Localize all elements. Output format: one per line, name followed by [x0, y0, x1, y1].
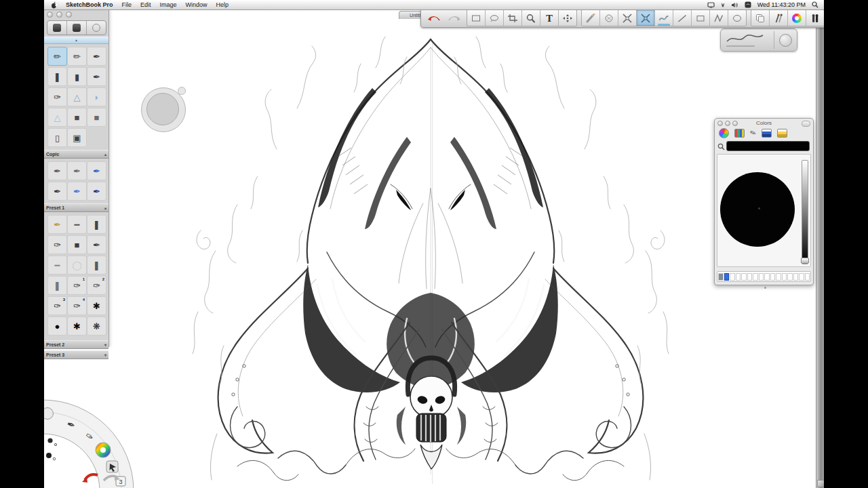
- rectangle-tool[interactable]: [692, 10, 710, 26]
- lagoon-hub-button[interactable]: [44, 408, 54, 420]
- zoom-button[interactable]: [66, 12, 72, 18]
- luminance-slider[interactable]: [802, 160, 808, 264]
- color-wheel[interactable]: [720, 172, 795, 247]
- brush-item[interactable]: ◯: [67, 256, 87, 274]
- brush-item[interactable]: ■: [67, 235, 87, 254]
- polyline-tool[interactable]: [710, 10, 728, 26]
- color-swatch[interactable]: [724, 273, 730, 281]
- minimize-button[interactable]: [56, 12, 62, 18]
- color-swatch[interactable]: [718, 273, 724, 281]
- apple-menu-icon[interactable]: [51, 1, 57, 9]
- yellow-palette-icon[interactable]: [777, 129, 787, 138]
- menu-item[interactable]: Edit: [140, 1, 151, 8]
- brush-item[interactable]: ❚: [47, 67, 67, 86]
- color-wheel-button[interactable]: [788, 10, 806, 26]
- brush-palette-button[interactable]: [806, 10, 824, 26]
- rollup-button[interactable]: [802, 121, 810, 127]
- brush-item[interactable]: ✏: [67, 47, 87, 66]
- section-header-copic[interactable]: Copic ▴: [44, 150, 108, 159]
- symmetry-tool[interactable]: [600, 10, 618, 26]
- move-tool[interactable]: [559, 10, 576, 26]
- brush-editor-button[interactable]: [770, 10, 788, 26]
- slider-thumb[interactable]: [801, 258, 809, 264]
- window-scrollbar[interactable]: [816, 18, 824, 488]
- lasso-select-tool[interactable]: [486, 10, 504, 26]
- eraser-tool[interactable]: [582, 10, 600, 26]
- shrink-view-tool[interactable]: [618, 10, 637, 26]
- brush-item[interactable]: ▮: [67, 67, 87, 86]
- crayon-icon[interactable]: ✎: [749, 129, 757, 138]
- menu-item[interactable]: File: [122, 1, 132, 8]
- steady-stroke-tool[interactable]: [655, 10, 673, 26]
- crop-tool[interactable]: [504, 10, 522, 26]
- brush-item[interactable]: ✒: [87, 67, 106, 86]
- ellipse-tool[interactable]: [728, 10, 746, 26]
- brush-item[interactable]: ❚: [87, 256, 106, 274]
- color-swatch[interactable]: [747, 273, 753, 281]
- inner-pen-icon[interactable]: [47, 438, 56, 445]
- color-swatch[interactable]: [759, 273, 764, 281]
- brush-item[interactable]: ■: [87, 108, 106, 127]
- menu-item[interactable]: Help: [216, 1, 229, 8]
- device-icon[interactable]: ∨: [721, 1, 725, 9]
- close-button[interactable]: [47, 12, 53, 18]
- app-menu[interactable]: SketchBook Pro: [66, 1, 113, 8]
- undo-button[interactable]: [424, 10, 444, 26]
- brush-item[interactable]: ✑ 1: [67, 276, 87, 295]
- brush-item[interactable]: ✏: [47, 47, 67, 66]
- brush-item[interactable]: ━: [47, 256, 67, 274]
- lagoon-corner-ui[interactable]: ✒ ✑ 3: [44, 392, 180, 488]
- menu-item[interactable]: Image: [160, 1, 177, 8]
- blue-palette-icon[interactable]: [762, 129, 772, 138]
- tab-brush-library[interactable]: [47, 21, 67, 35]
- text-tool[interactable]: T: [540, 10, 559, 26]
- tab-options[interactable]: [87, 21, 106, 35]
- color-swatch[interactable]: [730, 273, 735, 281]
- brush-item[interactable]: △: [67, 87, 87, 106]
- color-swatch[interactable]: [741, 273, 747, 281]
- section-collapse-bar[interactable]: ▴: [44, 37, 108, 44]
- color-swatch[interactable]: [782, 273, 787, 281]
- menu-item[interactable]: Window: [186, 1, 208, 8]
- brush-item[interactable]: ❚: [47, 276, 67, 295]
- color-swatch[interactable]: [764, 273, 770, 281]
- inner-dot-icon[interactable]: [46, 453, 56, 460]
- brush-item[interactable]: ●: [47, 317, 67, 336]
- tab-brush-sets[interactable]: [67, 21, 87, 35]
- sliders-icon[interactable]: [734, 129, 745, 138]
- section-header-preset3[interactable]: Preset 3 ▾: [44, 350, 108, 359]
- brush-item[interactable]: ✒: [47, 161, 67, 180]
- color-swatch[interactable]: [770, 273, 776, 281]
- display-icon[interactable]: [707, 1, 715, 9]
- color-swatch[interactable]: [736, 273, 741, 281]
- layers-button[interactable]: [751, 10, 770, 26]
- input-menu-icon[interactable]: [745, 1, 751, 9]
- zoom-tool[interactable]: [522, 10, 540, 26]
- brush-item[interactable]: ■: [67, 108, 87, 127]
- line-tool[interactable]: [673, 10, 692, 26]
- fit-view-tool[interactable]: [637, 10, 655, 26]
- color-swatch[interactable]: [787, 273, 793, 281]
- brush-item[interactable]: ✒: [67, 161, 87, 180]
- mini-panel-knob[interactable]: [779, 34, 792, 47]
- brush-properties-mini-panel[interactable]: [720, 28, 797, 52]
- panel-resize-dot[interactable]: [764, 287, 766, 289]
- volume-icon[interactable]: [731, 1, 738, 9]
- rect-select-tool[interactable]: [467, 10, 486, 26]
- current-color-swatch[interactable]: [726, 141, 810, 151]
- color-swatch[interactable]: [793, 273, 799, 281]
- brush-item[interactable]: ✱: [87, 296, 106, 315]
- brush-item[interactable]: ▣: [67, 128, 87, 147]
- brush-item[interactable]: ✒: [87, 182, 106, 201]
- color-swatch[interactable]: [799, 273, 804, 281]
- brush-item[interactable]: ❚: [87, 215, 106, 234]
- brush-item[interactable]: ✒: [87, 47, 106, 66]
- brush-item[interactable]: ✑: [47, 235, 67, 254]
- undo-swoosh[interactable]: [82, 474, 98, 483]
- brush-item[interactable]: ✒: [87, 235, 106, 254]
- brush-item[interactable]: ✱: [67, 317, 87, 336]
- brush-item[interactable]: ✑ 3: [47, 296, 67, 315]
- menu-clock[interactable]: Wed 11:43:20 PM: [757, 1, 806, 8]
- color-swatch[interactable]: [753, 273, 758, 281]
- brush-item[interactable]: ✒: [67, 182, 87, 201]
